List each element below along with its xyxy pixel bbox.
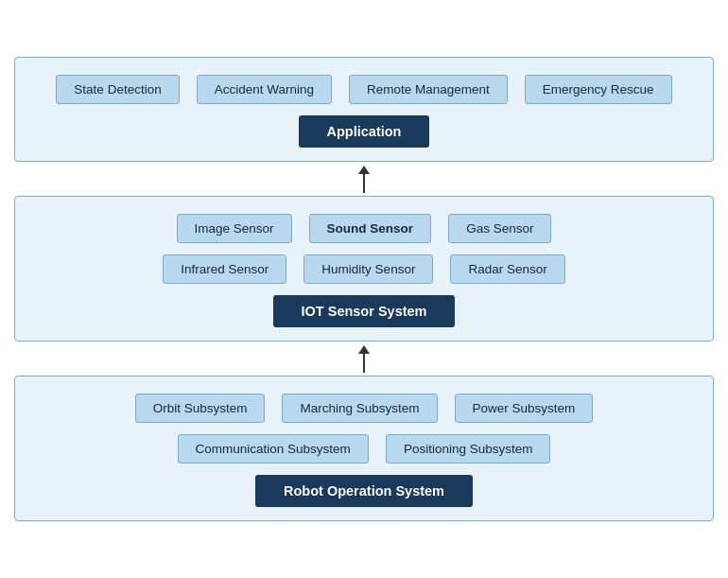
humidity-sensor-box: Humidity Sensor bbox=[303, 254, 433, 284]
iot-sensor-main-box: IOT Sensor System bbox=[273, 295, 456, 327]
application-tier: State Detection Accident Warning Remote … bbox=[14, 57, 714, 162]
arrow-head-1 bbox=[358, 166, 370, 174]
communication-subsystem-box: Communication Subsystem bbox=[178, 434, 369, 464]
robot-tier: Orbit Subsystem Marching Subsystem Power… bbox=[14, 376, 714, 521]
application-tier-row1: State Detection Accident Warning Remote … bbox=[56, 75, 671, 104]
arrow-line-2 bbox=[363, 354, 365, 373]
arrow-head-2 bbox=[358, 345, 370, 354]
arrow-app-to-sensor bbox=[358, 162, 370, 196]
robot-tier-row2: Communication Subsystem Positioning Subs… bbox=[178, 434, 551, 464]
positioning-subsystem-box: Positioning Subsystem bbox=[386, 434, 551, 464]
emergency-rescue-box: Emergency Rescue bbox=[525, 75, 672, 104]
power-subsystem-box: Power Subsystem bbox=[455, 394, 594, 423]
arrow-sensor-to-robot bbox=[358, 342, 370, 376]
marching-subsystem-box: Marching Subsystem bbox=[282, 394, 437, 423]
architecture-diagram: State Detection Accident Warning Remote … bbox=[14, 57, 714, 521]
gas-sensor-box: Gas Sensor bbox=[448, 214, 551, 243]
radar-sensor-box: Radar Sensor bbox=[450, 254, 564, 284]
sensor-tier: Image Sensor Sound Sensor Gas Sensor Inf… bbox=[14, 196, 714, 342]
remote-management-box: Remote Management bbox=[349, 75, 508, 104]
robot-main-box: Robot Operation System bbox=[255, 475, 473, 507]
arrow-line-1 bbox=[363, 174, 365, 193]
sound-sensor-box: Sound Sensor bbox=[309, 214, 432, 243]
robot-tier-row1: Orbit Subsystem Marching Subsystem Power… bbox=[135, 394, 594, 423]
image-sensor-box: Image Sensor bbox=[177, 214, 292, 243]
application-main-box: Application bbox=[299, 115, 430, 148]
accident-warning-box: Accident Warning bbox=[197, 75, 332, 104]
orbit-subsystem-box: Orbit Subsystem bbox=[135, 394, 266, 423]
infrared-sensor-box: Infrared Sensor bbox=[163, 254, 286, 284]
sensor-tier-row1: Image Sensor Sound Sensor Gas Sensor bbox=[177, 214, 552, 243]
state-detection-box: State Detection bbox=[56, 75, 179, 104]
sensor-tier-row2: Infrared Sensor Humidity Sensor Radar Se… bbox=[163, 254, 564, 284]
